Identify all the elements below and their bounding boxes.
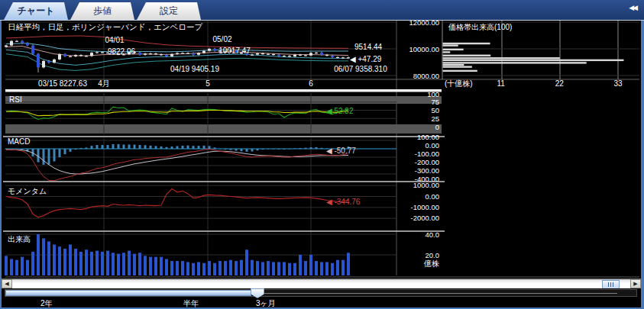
macd-histogram-bar [70,149,72,152]
candle-body [74,55,77,56]
volume-bar [101,252,104,275]
volume-bar [149,257,152,275]
chart-annotation: 9514.44 [354,43,383,51]
crash-low-note: 03/15 8227.63 [38,79,87,88]
macd-axis-label: -200.00 [415,158,439,166]
period-preset-labels: 2年 半年 3ヶ月 [2,298,641,307]
grip-icon [613,282,613,287]
volume-bar [181,261,184,275]
price-band-bar [443,64,464,66]
macd-histogram-bar [283,149,286,150]
price-band-unit: (十億株) [445,79,473,88]
price-band-tick: 33 [613,79,623,88]
macd-histogram-bar [118,144,120,149]
tab-chart[interactable]: チャート [4,2,68,20]
rsi-axis-label: 75 [431,98,439,106]
volume-bar [293,263,296,275]
candle-body [21,41,24,43]
volume-axis-label: 20.0 [426,251,440,259]
macd-histogram-bar [273,149,275,150]
candle-body [53,60,56,63]
candle-body [186,53,189,54]
candle-body [192,53,195,55]
macd-histogram-bar [176,146,179,149]
candle-body [47,61,50,63]
volume-bar [197,262,200,275]
volume-bar [74,249,77,275]
macd-histogram-bar [59,149,61,157]
macd-histogram-bar [144,145,147,149]
window-border-right [641,21,644,309]
macd-histogram-bar [299,148,302,149]
x-axis-label: 4月 [98,79,110,88]
candle-body [79,55,83,56]
scroll-right-button[interactable]: ▶ [630,279,641,288]
volume-unit-label: 億株 [423,259,439,268]
rsi-axis-label: 0 [435,123,439,131]
macd-histogram-bar [278,149,280,150]
volume-bar [224,261,227,275]
price-band-bar [443,51,451,53]
collapse-panel-icon[interactable]: ◀◀ [629,3,636,12]
volume-bar [277,262,280,275]
volume-bar [15,260,18,275]
candle-body [85,56,88,56]
candle-body [58,54,61,60]
tab-quotes[interactable]: 歩値 [70,2,134,20]
macd-histogram-bar [134,145,136,150]
macd-histogram-bar [203,146,205,149]
macd-histogram-bar [289,149,291,150]
macd-histogram-bar [128,145,131,150]
macd-histogram-bar [257,149,259,150]
macd-histogram-bar [198,146,200,149]
period-slider-fill [5,290,251,296]
volume-bar [186,262,189,275]
rsi-lower-zone [5,124,442,134]
macd-last-value: ◀ -50.77 [326,146,356,155]
macd-histogram-bar [75,149,77,150]
macd-axis-label: -300.00 [415,166,439,175]
candle-body [277,55,280,56]
volume-bar [170,261,173,275]
candle-body [197,53,200,54]
price-axis-label: 12000.00 [409,21,439,27]
price-band-bar [443,66,472,67]
momentum-line [6,189,348,217]
chart-window: チャート 歩値 設定 ◀◀ 価格帯出来高(100)(十億株)112233日経平均… [0,0,644,309]
price-band-tick: 22 [555,79,565,88]
horizontal-scrollbar[interactable]: ◀ ▶ [2,278,641,288]
rsi-upper-zone [5,96,442,104]
candle-body [331,56,334,57]
volume-bar [267,261,270,275]
candle-body [213,49,216,51]
momentum-axis-label: 0.00 [426,192,440,201]
macd-histogram-bar [246,149,248,152]
macd-histogram-bar [267,149,270,150]
candle-body [95,52,99,53]
volume-bar [138,253,141,275]
period-slider-thumb[interactable] [251,288,264,298]
scroll-left-button[interactable]: ◀ [2,279,12,288]
volume-bar [154,257,157,275]
volume-bar [202,263,205,275]
volume-bar [58,246,61,275]
scroll-track[interactable] [12,279,630,288]
volume-bar [165,259,168,275]
chart-annotation: 05/02 [212,35,231,43]
macd-histogram-bar [241,149,243,151]
candle-body [336,57,339,58]
candle-body [256,53,259,55]
macd-histogram-bar [262,149,264,150]
price-band-bar [443,70,477,72]
volume-bar [90,252,93,275]
rsi-axis-label: 100 [427,90,439,98]
tab-settings[interactable]: 設定 [137,2,201,20]
macd-histogram-bar [155,146,157,149]
macd-histogram-bar [321,148,323,149]
x-axis-label: 5 [205,79,210,88]
period-slider[interactable] [2,288,641,298]
rsi-short-line [6,107,348,119]
macd-histogram-bar [187,146,189,149]
volume-bar [261,262,264,275]
chart-canvas[interactable]: 価格帯出来高(100)(十億株)112233日経平均，日足，ボリンジャーバンド，… [2,21,641,278]
